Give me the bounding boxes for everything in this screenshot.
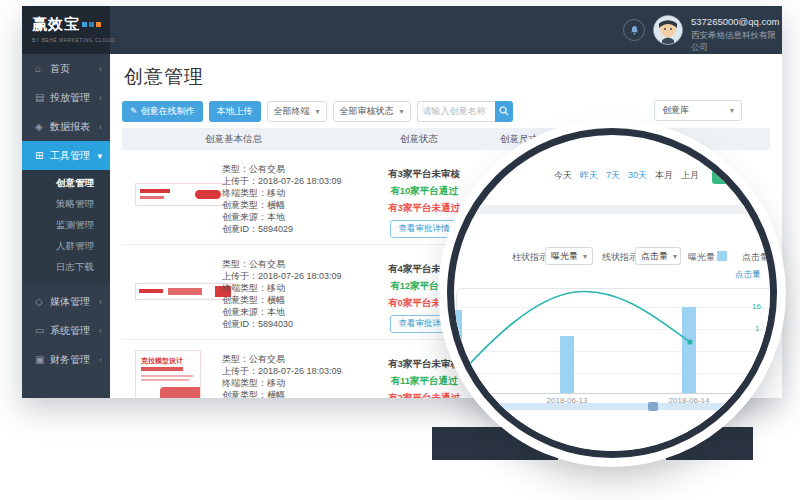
creative-thumbnail[interactable]: 克拉模型设计 xyxy=(135,350,201,398)
magnifier-circle: 今天 昨天 7天 30天 本月 上月 柱状指示: 曝光量 线状指示: 点击量 曝… xyxy=(447,128,777,458)
sidebar-subitem-strategy[interactable]: 策略管理 xyxy=(22,194,110,215)
sidebar-subitem-audience[interactable]: 人群管理 xyxy=(22,236,110,257)
sidebar-subitem-creative[interactable]: 创意管理 xyxy=(22,173,110,194)
logo-square-icon xyxy=(96,22,101,27)
logo-text: 赢效宝 xyxy=(32,15,80,34)
status-failed: 有2家平台未通过 xyxy=(374,389,474,398)
sidebar: ⌂ 首页 ‹ ▤ 投放管理 ‹ ◈ 数据报表 ‹ ⊞ 工具管理 ▾ 创意管理 策 xyxy=(22,54,110,398)
logo[interactable]: 赢效宝 BY BEHE MARKETING CLOUD xyxy=(22,6,110,54)
col-size: 创意尺寸 xyxy=(500,133,538,146)
chevron-down-icon: ▾ xyxy=(97,151,102,161)
sidebar-item-reports[interactable]: ◈ 数据报表 ‹ xyxy=(22,112,110,141)
sidebar-item-media[interactable]: ◇ 媒体管理 ‹ xyxy=(22,287,110,316)
logo-square-icon xyxy=(82,22,87,27)
creative-thumbnail[interactable] xyxy=(135,183,227,206)
pen-icon: ✎ xyxy=(130,106,138,116)
sidebar-item-delivery[interactable]: ▤ 投放管理 ‹ xyxy=(22,83,110,112)
chart-scrollbar-track[interactable] xyxy=(478,403,730,410)
account-info[interactable]: 537265000@qq.com 西安希格信息科技有限公司 xyxy=(691,16,782,54)
creative-thumbnail[interactable] xyxy=(135,283,235,300)
cube-icon: ◈ xyxy=(35,121,50,132)
local-upload-button[interactable]: 本地上传 xyxy=(209,101,261,122)
home-icon: ⌂ xyxy=(35,63,50,74)
toolbar: ✎ 创意在线制作 本地上传 全部终端 全部审核状态 xyxy=(122,100,513,122)
search-button[interactable] xyxy=(495,101,513,122)
creative-status: 有3家平台未审核 有10家平台通过 有3家平台未通过 查看审批详情 xyxy=(374,165,474,238)
page-title: 创意管理 xyxy=(124,64,204,90)
sidebar-item-home[interactable]: ⌂ 首页 ‹ xyxy=(22,54,110,83)
wallet-icon: ▣ xyxy=(35,354,50,365)
audit-status-filter-dropdown[interactable]: 全部审核状态 xyxy=(333,101,411,122)
creative-details: 类型：公有交易 上传于：2018-07-26 18:03:09 终端类型：移动 … xyxy=(222,258,342,330)
create-online-button[interactable]: ✎ 创意在线制作 xyxy=(122,101,203,122)
view-audit-detail-button[interactable]: 查看审批详情 xyxy=(390,220,459,238)
chevron-left-icon: ‹ xyxy=(99,355,102,365)
col-status: 创意状态 xyxy=(400,133,438,146)
top-header-bar: 赢效宝 BY BEHE MARKETING CLOUD xyxy=(22,6,782,54)
account-company: 西安希格信息科技有限公司 xyxy=(691,30,782,54)
chevron-left-icon: ‹ xyxy=(99,93,102,103)
terminal-filter-dropdown[interactable]: 全部终端 xyxy=(267,101,327,122)
library-dropdown[interactable]: 创意库 xyxy=(654,100,742,121)
search-icon xyxy=(499,106,509,116)
sidebar-item-tools[interactable]: ⊞ 工具管理 ▾ xyxy=(22,141,110,170)
tools-icon: ⊞ xyxy=(35,150,50,161)
document-icon: ▤ xyxy=(35,92,50,103)
screenshot-canvas: 赢效宝 BY BEHE MARKETING CLOUD xyxy=(0,0,800,500)
y-axis-tick: 16 xyxy=(752,302,761,311)
chevron-left-icon: ‹ xyxy=(99,122,102,132)
status-pending: 有3家平台未审核 xyxy=(374,165,474,182)
account-email: 537265000@qq.com xyxy=(691,16,782,27)
y-axis-tick: 1 xyxy=(755,324,759,333)
monitor-icon: ▭ xyxy=(35,325,50,336)
logo-square-icon xyxy=(89,22,94,27)
notification-bell-button[interactable] xyxy=(623,19,645,41)
creative-details: 类型：公有交易 上传于：2018-07-26 18:03:09 终端类型：移动 … xyxy=(222,163,342,235)
sidebar-item-system[interactable]: ▭ 系统管理 ‹ xyxy=(22,316,110,345)
status-passed: 有11家平台通过 xyxy=(374,372,474,389)
chevron-left-icon: ‹ xyxy=(99,326,102,336)
creative-status: 有3家平台未审核 有11家平台通过 有2家平台未通过 查看审批详情 xyxy=(374,355,474,398)
status-passed: 有10家平台通过 xyxy=(374,182,474,199)
bell-icon xyxy=(629,25,640,36)
sidebar-item-finance[interactable]: ▣ 财务管理 ‹ xyxy=(22,345,110,374)
line-endpoint-dot xyxy=(687,339,692,344)
sidebar-submenu: 创意管理 策略管理 监测管理 人群管理 日志下载 xyxy=(22,170,110,283)
avatar-face-icon xyxy=(654,16,682,44)
status-pending: 有3家平台未审核 xyxy=(374,355,474,372)
sidebar-subitem-logs[interactable]: 日志下载 xyxy=(22,257,110,278)
creative-details: 类型：公有交易 上传于：2018-07-26 18:03:09 终端类型：移动 … xyxy=(222,353,342,398)
logo-tagline: BY BEHE MARKETING CLOUD xyxy=(32,37,110,43)
col-basic-info: 创意基本信息 xyxy=(205,133,262,146)
chevron-left-icon: ‹ xyxy=(99,64,102,74)
search-input[interactable] xyxy=(417,101,495,122)
avatar[interactable] xyxy=(653,15,683,45)
thumbnail-title: 克拉模型设计 xyxy=(141,356,183,366)
chevron-left-icon: ‹ xyxy=(99,297,102,307)
chart-scrollbar-handle[interactable] xyxy=(648,402,658,411)
status-failed: 有3家平台未通过 xyxy=(374,199,474,216)
sidebar-subitem-monitor[interactable]: 监测管理 xyxy=(22,215,110,236)
drop-icon: ◇ xyxy=(35,296,50,307)
